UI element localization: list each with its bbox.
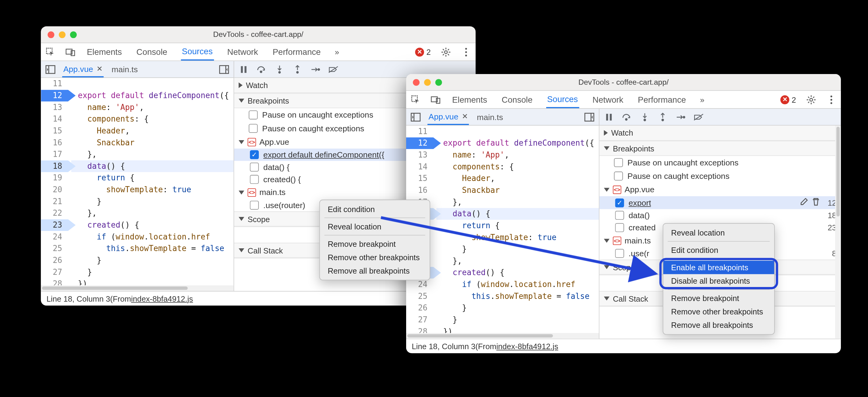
ctx-remove-breakpoint[interactable]: Remove breakpoint	[663, 291, 774, 305]
debugger-toggle-icon[interactable]	[584, 112, 594, 122]
step-icon[interactable]	[676, 112, 686, 122]
horizontal-scrollbar[interactable]	[41, 285, 234, 291]
code-editor[interactable]: 111213141516171819202122232425262728 exp…	[41, 78, 234, 285]
error-count[interactable]: ✕2	[780, 95, 796, 104]
ctx-disable-all[interactable]: Disable all breakpoints	[663, 274, 774, 288]
window-title: DevTools - coffee-cart.app/	[406, 78, 841, 87]
more-tabs-icon[interactable]: »	[332, 47, 342, 57]
ctx-edit-condition[interactable]: Edit condition	[663, 244, 774, 257]
line-gutter[interactable]: 111213141516171819202122232425262728	[41, 78, 71, 285]
ctx-edit-condition[interactable]: Edit condition	[320, 202, 430, 216]
gear-icon[interactable]	[441, 47, 451, 57]
maximize-window-icon[interactable]	[70, 31, 77, 38]
gear-icon[interactable]	[806, 94, 816, 105]
source-map-link[interactable]: index-8bfa4912.js	[131, 294, 193, 303]
ctx-reveal-location[interactable]: Reveal location	[663, 226, 774, 239]
inspect-icon[interactable]	[45, 47, 55, 57]
chevron-down-icon	[239, 248, 244, 252]
close-icon[interactable]: ✕	[462, 112, 468, 121]
checkbox-icon	[615, 249, 624, 258]
more-tabs-icon[interactable]: »	[697, 94, 707, 105]
checkbox-icon	[250, 163, 259, 172]
ctx-remove-all[interactable]: Remove all breakpoints	[320, 264, 430, 278]
tab-network[interactable]: Network	[591, 91, 624, 108]
step-into-icon[interactable]	[640, 112, 650, 122]
step-into-icon[interactable]	[275, 64, 285, 74]
pause-icon[interactable]	[239, 64, 249, 74]
kebab-icon[interactable]	[461, 47, 471, 57]
step-icon[interactable]	[310, 64, 320, 74]
code-body[interactable]: export default defineComponent({ name: '…	[71, 78, 234, 285]
inspect-icon[interactable]	[411, 94, 421, 105]
delete-icon[interactable]	[813, 198, 820, 207]
device-toggle-icon[interactable]	[431, 94, 441, 105]
tab-sources[interactable]: Sources	[546, 91, 579, 108]
checkbox-icon	[614, 172, 623, 180]
tab-performance[interactable]: Performance	[637, 91, 687, 108]
vue-file-icon: <>	[613, 236, 621, 245]
file-tab-maints[interactable]: main.ts	[476, 109, 504, 125]
file-tab-appvue[interactable]: App.vue✕	[62, 61, 104, 77]
svg-point-21	[831, 102, 832, 104]
main-toolbar: Elements Console Sources Network Perform…	[406, 91, 841, 109]
step-over-icon[interactable]	[622, 112, 632, 122]
svg-point-19	[831, 95, 832, 97]
navigator-toggle-icon[interactable]	[411, 112, 421, 122]
close-icon[interactable]: ✕	[96, 64, 102, 73]
kebab-icon[interactable]	[826, 94, 836, 105]
tab-performance[interactable]: Performance	[272, 43, 322, 61]
svg-rect-9	[241, 66, 243, 73]
step-out-icon[interactable]	[292, 64, 302, 74]
svg-point-26	[625, 118, 627, 120]
ctx-remove-other[interactable]: Remove other breakpoints	[663, 305, 774, 318]
tab-elements[interactable]: Elements	[451, 91, 488, 108]
vue-file-icon: <>	[248, 138, 256, 146]
code-editor[interactable]: 111213141516171819202122232425262728 exp…	[406, 125, 599, 333]
close-window-icon[interactable]	[48, 31, 54, 38]
tab-sources[interactable]: Sources	[181, 43, 214, 61]
breakpoints-header[interactable]: Breakpoints	[599, 141, 841, 156]
pause-icon[interactable]	[604, 112, 614, 122]
svg-point-3	[444, 51, 447, 53]
debugger-toggle-icon[interactable]	[219, 64, 229, 74]
pause-caught-checkbox[interactable]: Pause on caught exceptions	[599, 169, 841, 183]
panel-tabs: Elements Console Sources Network Perform…	[451, 91, 687, 108]
file-tab-maints[interactable]: main.ts	[111, 61, 139, 77]
navigator-toggle-icon[interactable]	[45, 64, 55, 74]
step-over-icon[interactable]	[257, 64, 267, 74]
edit-icon[interactable]	[800, 198, 808, 207]
ctx-enable-all[interactable]: Enable all breakpoints	[663, 261, 774, 274]
ctx-remove-other[interactable]: Remove other breakpoints	[320, 251, 430, 264]
tab-console[interactable]: Console	[135, 43, 168, 61]
maximize-window-icon[interactable]	[435, 79, 442, 86]
minimize-window-icon[interactable]	[59, 31, 65, 38]
traffic-lights[interactable]	[48, 31, 77, 38]
tab-elements[interactable]: Elements	[86, 43, 123, 61]
vertical-scrollbar[interactable]	[835, 125, 841, 339]
error-count[interactable]: ✕2	[415, 47, 431, 56]
ctx-remove-breakpoint[interactable]: Remove breakpoint	[320, 237, 430, 251]
ctx-remove-all[interactable]: Remove all breakpoints	[663, 318, 774, 332]
breakpoint-row-data[interactable]: data()18	[599, 209, 841, 221]
deactivate-breakpoints-icon[interactable]	[328, 64, 338, 74]
close-window-icon[interactable]	[413, 79, 420, 86]
svg-point-20	[831, 99, 832, 101]
minimize-window-icon[interactable]	[424, 79, 431, 86]
horizontal-scrollbar[interactable]	[406, 333, 599, 339]
source-map-link[interactable]: index-8bfa4912.js	[496, 342, 558, 350]
breakpoint-file-appvue[interactable]: <>App.vue	[599, 183, 841, 196]
watch-header[interactable]: Watch	[599, 125, 841, 141]
vue-file-icon: <>	[613, 185, 621, 194]
breakpoint-row-export[interactable]: ✓export 12	[599, 196, 841, 209]
window-titlebar: DevTools - coffee-cart.app/	[406, 74, 841, 91]
ctx-reveal-location[interactable]: Reveal location	[320, 220, 430, 233]
tab-console[interactable]: Console	[500, 91, 534, 108]
step-out-icon[interactable]	[658, 112, 668, 122]
code-body[interactable]: export default defineComponent({ name: '…	[436, 125, 599, 333]
traffic-lights[interactable]	[413, 79, 442, 86]
pause-uncaught-checkbox[interactable]: Pause on uncaught exceptions	[599, 156, 841, 169]
file-tab-appvue[interactable]: App.vue✕	[428, 109, 469, 125]
device-toggle-icon[interactable]	[65, 47, 75, 57]
tab-network[interactable]: Network	[226, 43, 259, 61]
deactivate-breakpoints-icon[interactable]	[693, 112, 704, 122]
